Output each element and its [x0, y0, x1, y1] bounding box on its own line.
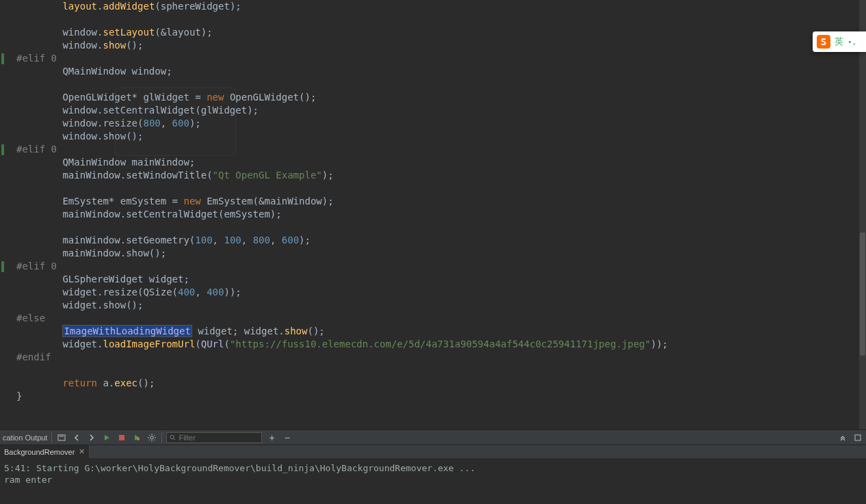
collapse-icon[interactable]	[837, 432, 848, 443]
code-line[interactable]	[16, 364, 859, 377]
code-line[interactable]: mainWindow.setWindowTitle("Qt OpenGL Exa…	[16, 169, 859, 182]
code-line[interactable]: mainWindow.setCentralWidget(emSystem);	[16, 208, 859, 221]
filter-input[interactable]	[179, 434, 259, 442]
code-line[interactable]: GLSphereWidget widget;	[16, 273, 859, 286]
ime-logo-icon: S	[817, 35, 830, 49]
output-tab-label: BackgroundRemover	[4, 448, 75, 456]
svg-line-13	[149, 439, 150, 440]
debug-run-icon[interactable]	[131, 432, 142, 443]
svg-line-14	[154, 435, 155, 436]
code-line[interactable]: QMainWindow window;	[16, 65, 859, 78]
code-line[interactable]	[16, 221, 859, 234]
stop-icon[interactable]	[116, 432, 127, 443]
svg-marker-2	[105, 435, 109, 440]
code-line[interactable]: window.setCentralWidget(glWidget);	[16, 104, 859, 117]
svg-point-6	[150, 436, 153, 438]
code-line[interactable]: return a.exec();	[16, 377, 859, 390]
code-line[interactable]: #elif 0	[16, 260, 859, 273]
code-line[interactable]: widget.loadImageFromUrl(QUrl("https://fu…	[16, 338, 859, 351]
search-icon	[170, 434, 176, 441]
next-icon[interactable]	[86, 432, 97, 443]
code-line[interactable]: OpenGLWidget* glWidget = new OpenGLWidge…	[16, 91, 859, 104]
svg-point-5	[137, 438, 140, 440]
code-line[interactable]	[16, 13, 859, 26]
close-icon[interactable]: ✕	[79, 447, 85, 456]
zoom-in-icon[interactable]: +	[266, 432, 277, 443]
code-line[interactable]: }	[16, 390, 859, 403]
code-line[interactable]: #else	[16, 312, 859, 325]
code-line[interactable]: window.setLayout(&layout);	[16, 26, 859, 39]
filter-box[interactable]	[166, 432, 262, 443]
code-line[interactable]: mainWindow.setGeometry(100, 100, 800, 60…	[16, 234, 859, 247]
code-editor[interactable]: layout.addWidget(sphereWidget); window.s…	[16, 0, 859, 429]
code-line[interactable]: window.show();	[16, 39, 859, 52]
prev-icon[interactable]	[71, 432, 82, 443]
code-line[interactable]: widget.resize(QSize(400, 400));	[16, 286, 859, 299]
scroll-thumb[interactable]	[860, 233, 865, 356]
output-tab[interactable]: BackgroundRemover ✕	[0, 445, 90, 458]
code-line[interactable]	[16, 78, 859, 91]
svg-line-11	[149, 435, 150, 436]
vertical-scrollbar[interactable]	[859, 0, 866, 429]
ime-lang: 英	[835, 36, 843, 48]
code-line[interactable]: layout.addWidget(sphereWidget);	[16, 0, 859, 13]
zoom-out-icon[interactable]: −	[282, 432, 293, 443]
code-line[interactable]: #elif 0	[16, 52, 859, 65]
clear-output-icon[interactable]	[56, 432, 67, 443]
output-panel-label: cation Output	[3, 434, 47, 442]
code-line[interactable]: QMainWindow mainWindow;	[16, 156, 859, 169]
output-tab-bar: BackgroundRemover ✕	[0, 445, 866, 458]
code-line[interactable]: window.show();	[16, 130, 859, 143]
svg-rect-17	[855, 435, 861, 440]
code-line[interactable]: widget.show();	[16, 299, 859, 312]
ime-more-icon: •,	[848, 38, 856, 47]
code-line[interactable]: ImageWithLoadingWidget widget; widget.sh…	[16, 325, 859, 338]
svg-line-12	[154, 439, 155, 440]
svg-line-16	[174, 438, 175, 440]
svg-rect-3	[119, 435, 124, 440]
output-panel-toolbar: cation Output + −	[0, 429, 866, 445]
code-line[interactable]: EmSystem* emSystem = new EmSystem(&mainW…	[16, 195, 859, 208]
code-line[interactable]: mainWindow.show();	[16, 247, 859, 260]
code-line[interactable]: window.resize(800, 600);	[16, 117, 859, 130]
maximize-icon[interactable]	[852, 432, 863, 443]
run-icon[interactable]	[101, 432, 112, 443]
svg-point-15	[170, 435, 174, 438]
editor-gutter	[0, 0, 16, 429]
svg-rect-0	[58, 435, 65, 440]
code-line[interactable]: #elif 0	[16, 143, 859, 156]
output-pane[interactable]: 5:41: Starting G:\worker\HolyBackgroundR…	[0, 458, 866, 504]
editor-wrap: layout.addWidget(sphereWidget); window.s…	[0, 0, 866, 429]
code-line[interactable]: #endif	[16, 351, 859, 364]
settings-icon[interactable]	[146, 432, 157, 443]
code-line[interactable]	[16, 182, 859, 195]
ime-badge[interactable]: S 英 •,	[813, 31, 866, 52]
